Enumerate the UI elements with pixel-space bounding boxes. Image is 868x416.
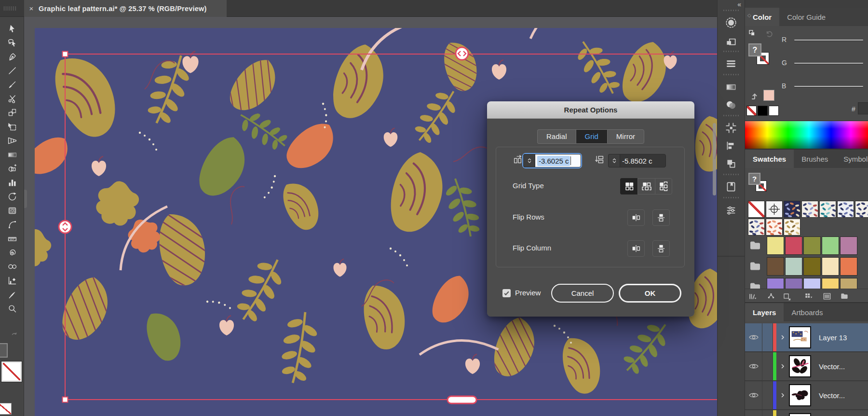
color-themes-button[interactable] [766,291,776,301]
swatch-kinds-button[interactable] [804,291,814,301]
swatch-group-folder[interactable] [748,257,767,276]
panel-drag-handle[interactable] [723,115,739,116]
document-tab[interactable]: × Graphic leaf pattern.ai* @ 25.37 % (RG… [24,0,227,17]
dialog-title[interactable]: Repeat Options [487,101,694,119]
free-transform-tool[interactable] [0,120,24,134]
layer-thumbnail[interactable] [789,413,811,416]
swatches-tab-symbols[interactable]: Symbols [836,150,868,168]
layer-row[interactable]: Vector... [745,352,868,380]
panel-button-align[interactable] [720,138,742,154]
shape-builder-tool[interactable] [0,162,24,176]
panel-button-artboard[interactable] [720,120,742,136]
color-swatch[interactable] [840,257,857,276]
panel-button-pathfinder-2[interactable] [720,155,742,172]
pattern-swatch[interactable] [784,219,800,236]
rotate-tool[interactable] [0,190,24,204]
dialog-tab-radial[interactable]: Radial [537,129,576,144]
flip-rows-horizontal-button[interactable] [627,209,645,226]
grid-type-brick-column-button[interactable] [655,178,672,194]
color-tab-color-guide[interactable]: Color Guide [779,8,833,26]
panel-button-sliders[interactable] [720,202,742,218]
toolbar-grip[interactable] [4,6,16,11]
panel-drag-handle[interactable] [723,10,739,11]
pattern-swatch[interactable] [766,219,783,236]
panel-button-gradient-swatch[interactable] [720,79,742,95]
dialog-tab-grid[interactable]: Grid [576,129,607,144]
layer-expand-button[interactable] [776,392,789,398]
panel-collapse-icon[interactable]: ◇ [747,13,751,18]
layer-name[interactable]: Vector... [819,391,845,400]
channel-slider-g[interactable] [794,63,863,64]
graph-tool[interactable] [0,274,24,288]
layer-visibility-toggle[interactable] [745,352,762,380]
pattern-options-button[interactable] [782,291,791,301]
direct-selection-tool[interactable] [0,36,24,50]
cancel-button[interactable]: Cancel [551,284,614,303]
v-spacing-input[interactable]: -5.8502 c [620,154,666,167]
measure-tool[interactable]: 1 2 [0,232,24,246]
color-swatch[interactable] [803,257,821,276]
layer-name[interactable]: Vector... [819,362,845,371]
scissors-tool[interactable] [0,92,24,106]
layer-row[interactable]: Layer 13 [745,323,868,351]
color-swatch[interactable] [840,236,857,255]
color-spectrum[interactable] [745,121,868,149]
fill-swatch-none[interactable] [1,361,22,382]
black-swatch[interactable] [758,106,768,116]
white-swatch[interactable] [769,106,779,116]
pattern-swatch[interactable] [801,201,818,218]
panel-drag-handle[interactable] [723,197,739,198]
current-color-swatch[interactable] [763,90,774,101]
layers-tab-artboards[interactable]: Artboards [784,303,830,321]
layer-lock-cell[interactable] [762,381,773,409]
flip-column-vertical-button[interactable] [652,240,670,257]
dialog-tab-mirror[interactable]: Mirror [607,129,644,144]
hex-input[interactable] [858,102,868,114]
color-none-button[interactable] [0,403,12,415]
swatch-libraries-button[interactable] [748,291,758,301]
panel-button-pathfinder[interactable] [720,32,742,49]
channel-slider-r[interactable] [794,40,863,41]
h-spacing-input[interactable]: -3.6025 c [535,154,581,167]
panel-edge-grabber[interactable] [24,190,27,208]
pattern-swatch[interactable] [819,201,836,218]
pattern-swatch[interactable] [784,201,800,218]
line-tool[interactable] [0,64,24,78]
pen-tool[interactable] [0,50,24,64]
new-folder-button[interactable] [840,291,849,301]
layer-visibility-toggle[interactable] [745,381,762,409]
knife-tool[interactable] [0,288,24,302]
close-document-icon[interactable]: × [24,4,39,13]
layer-thumbnail[interactable] [789,355,811,377]
panel-button-transparency[interactable] [720,97,742,113]
preview-checkbox[interactable] [502,289,511,297]
color-swatch[interactable] [803,236,821,255]
swatch-list-button[interactable] [822,291,832,301]
v-spacing-stepper[interactable] [608,154,620,167]
paintbrush-tool[interactable] [0,78,24,92]
column-graph-tool[interactable] [0,176,24,190]
gradient-tool[interactable] [0,148,24,162]
layer-name[interactable]: Layer 13 [819,333,847,342]
layer-visibility-toggle[interactable] [745,410,762,416]
panel-button-libraries[interactable] [720,179,742,195]
channel-slider-b[interactable] [794,86,863,87]
pattern-swatch[interactable] [837,201,854,218]
swatches-tab-brushes[interactable]: Brushes [794,150,836,168]
vertical-scrollbar[interactable] [713,123,716,195]
h-spacing-stepper[interactable] [523,154,535,167]
layer-expand-button[interactable] [776,363,789,369]
scale-tool[interactable] [0,106,24,120]
flip-rows-vertical-button[interactable] [652,209,670,226]
panel-button-stroke-lines[interactable] [720,55,742,72]
ok-button[interactable]: OK [619,284,681,303]
zoom-tool[interactable] [0,302,24,316]
color-swatch[interactable] [767,257,784,276]
grid-type-uniform-button[interactable] [620,178,637,194]
none-swatch[interactable] [746,106,757,116]
swatch-registration[interactable] [766,201,783,218]
layer-lock-cell[interactable] [762,323,773,351]
swatch-group-folder[interactable] [748,236,767,255]
layer-expand-button[interactable] [776,334,789,340]
swap-fill-stroke-icon[interactable] [10,332,18,342]
